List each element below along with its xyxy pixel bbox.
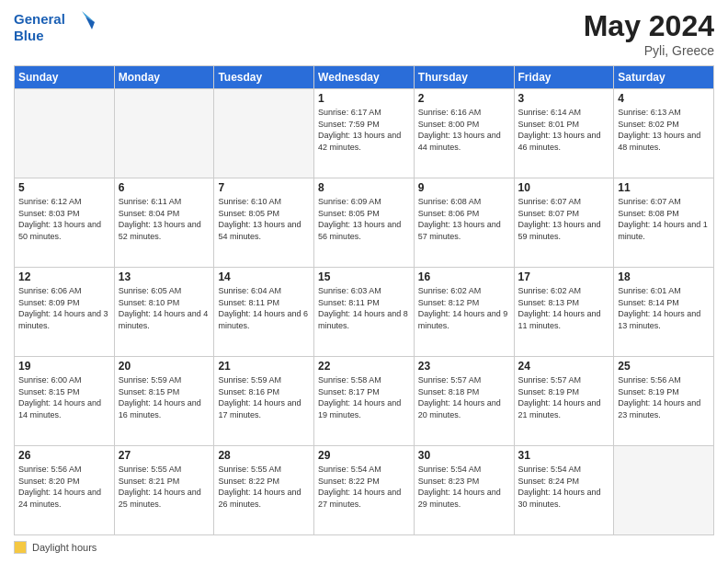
day-number: 8 — [318, 181, 410, 194]
day-info: Sunrise: 6:08 AMSunset: 8:06 PMDaylight:… — [418, 196, 510, 242]
calendar-week-2: 5 Sunrise: 6:12 AMSunset: 8:03 PMDayligh… — [15, 178, 714, 268]
day-info: Sunrise: 6:00 AMSunset: 8:15 PMDaylight:… — [18, 374, 110, 420]
day-info: Sunrise: 5:57 AMSunset: 8:19 PMDaylight:… — [518, 374, 610, 420]
calendar-cell: 13 Sunrise: 6:05 AMSunset: 8:10 PMDaylig… — [114, 268, 214, 357]
day-info: Sunrise: 5:57 AMSunset: 8:18 PMDaylight:… — [418, 374, 510, 420]
calendar-cell: 2 Sunrise: 6:16 AMSunset: 8:00 PMDayligh… — [414, 89, 514, 178]
day-number: 5 — [18, 181, 110, 194]
day-info: Sunrise: 6:13 AMSunset: 8:02 PMDaylight:… — [618, 107, 710, 153]
day-number: 13 — [119, 270, 210, 283]
calendar-cell: 20 Sunrise: 5:59 AMSunset: 8:15 PMDaylig… — [114, 357, 214, 446]
day-info: Sunrise: 6:17 AMSunset: 7:59 PMDaylight:… — [318, 107, 410, 153]
weekday-header-saturday: Saturday — [614, 66, 714, 89]
day-info: Sunrise: 6:16 AMSunset: 8:00 PMDaylight:… — [418, 107, 510, 153]
logo-text: General Blue — [14, 9, 97, 48]
weekday-header-thursday: Thursday — [414, 66, 514, 89]
svg-text:Blue: Blue — [14, 28, 44, 43]
day-number: 22 — [318, 360, 410, 373]
day-info: Sunrise: 5:58 AMSunset: 8:17 PMDaylight:… — [318, 374, 410, 420]
day-number: 18 — [618, 270, 710, 283]
calendar-cell: 3 Sunrise: 6:14 AMSunset: 8:01 PMDayligh… — [514, 89, 614, 178]
page: General Blue May 2024 Pyli, Greece Sunda… — [0, 0, 728, 563]
logo: General Blue — [14, 9, 97, 48]
calendar-cell: 12 Sunrise: 6:06 AMSunset: 8:09 PMDaylig… — [15, 268, 115, 357]
day-number: 17 — [518, 270, 610, 283]
day-info: Sunrise: 5:59 AMSunset: 8:16 PMDaylight:… — [218, 374, 310, 420]
day-info: Sunrise: 6:06 AMSunset: 8:09 PMDaylight:… — [18, 285, 110, 331]
day-info: Sunrise: 6:11 AMSunset: 8:04 PMDaylight:… — [119, 196, 210, 242]
day-number: 31 — [518, 449, 610, 462]
logo-svg: General Blue — [14, 9, 97, 48]
calendar-cell: 21 Sunrise: 5:59 AMSunset: 8:16 PMDaylig… — [214, 357, 314, 446]
calendar-week-4: 19 Sunrise: 6:00 AMSunset: 8:15 PMDaylig… — [15, 357, 714, 446]
day-info: Sunrise: 6:02 AMSunset: 8:13 PMDaylight:… — [518, 285, 610, 331]
day-number: 21 — [218, 360, 310, 373]
calendar-cell: 5 Sunrise: 6:12 AMSunset: 8:03 PMDayligh… — [15, 178, 115, 268]
calendar-cell: 4 Sunrise: 6:13 AMSunset: 8:02 PMDayligh… — [614, 89, 714, 178]
day-number: 9 — [418, 181, 510, 194]
calendar-week-1: 1 Sunrise: 6:17 AMSunset: 7:59 PMDayligh… — [15, 89, 714, 178]
calendar-cell: 7 Sunrise: 6:10 AMSunset: 8:05 PMDayligh… — [214, 178, 314, 268]
day-info: Sunrise: 6:09 AMSunset: 8:05 PMDaylight:… — [318, 196, 410, 242]
weekday-header-row: SundayMondayTuesdayWednesdayThursdayFrid… — [15, 66, 714, 89]
calendar-cell: 18 Sunrise: 6:01 AMSunset: 8:14 PMDaylig… — [614, 268, 714, 357]
calendar-cell: 26 Sunrise: 5:56 AMSunset: 8:20 PMDaylig… — [15, 446, 115, 535]
calendar-cell: 15 Sunrise: 6:03 AMSunset: 8:11 PMDaylig… — [314, 268, 415, 357]
calendar-week-5: 26 Sunrise: 5:56 AMSunset: 8:20 PMDaylig… — [15, 446, 714, 535]
calendar-cell: 9 Sunrise: 6:08 AMSunset: 8:06 PMDayligh… — [414, 178, 514, 268]
calendar-cell: 8 Sunrise: 6:09 AMSunset: 8:05 PMDayligh… — [314, 178, 415, 268]
calendar-cell: 14 Sunrise: 6:04 AMSunset: 8:11 PMDaylig… — [214, 268, 314, 357]
day-number: 2 — [418, 92, 510, 105]
day-info: Sunrise: 6:07 AMSunset: 8:07 PMDaylight:… — [518, 196, 610, 242]
month-year: May 2024 — [584, 9, 714, 43]
day-info: Sunrise: 6:03 AMSunset: 8:11 PMDaylight:… — [318, 285, 410, 331]
day-info: Sunrise: 6:01 AMSunset: 8:14 PMDaylight:… — [618, 285, 710, 331]
day-number: 23 — [418, 360, 510, 373]
weekday-header-friday: Friday — [514, 66, 614, 89]
day-number: 11 — [618, 181, 710, 194]
location: Pyli, Greece — [584, 43, 714, 58]
title-block: May 2024 Pyli, Greece — [584, 9, 714, 58]
day-number: 1 — [318, 92, 410, 105]
day-info: Sunrise: 5:56 AMSunset: 8:20 PMDaylight:… — [18, 464, 110, 510]
day-info: Sunrise: 5:55 AMSunset: 8:22 PMDaylight:… — [218, 464, 310, 510]
calendar-cell: 28 Sunrise: 5:55 AMSunset: 8:22 PMDaylig… — [214, 446, 314, 535]
day-number: 19 — [18, 360, 110, 373]
day-info: Sunrise: 5:55 AMSunset: 8:21 PMDaylight:… — [119, 464, 210, 510]
day-number: 25 — [618, 360, 710, 373]
day-info: Sunrise: 5:56 AMSunset: 8:19 PMDaylight:… — [618, 374, 710, 420]
calendar-cell: 22 Sunrise: 5:58 AMSunset: 8:17 PMDaylig… — [314, 357, 415, 446]
day-number: 26 — [18, 449, 110, 462]
calendar-week-3: 12 Sunrise: 6:06 AMSunset: 8:09 PMDaylig… — [15, 268, 714, 357]
calendar-cell: 17 Sunrise: 6:02 AMSunset: 8:13 PMDaylig… — [514, 268, 614, 357]
day-info: Sunrise: 5:59 AMSunset: 8:15 PMDaylight:… — [119, 374, 210, 420]
calendar-cell: 10 Sunrise: 6:07 AMSunset: 8:07 PMDaylig… — [514, 178, 614, 268]
day-number: 10 — [518, 181, 610, 194]
day-info: Sunrise: 6:14 AMSunset: 8:01 PMDaylight:… — [518, 107, 610, 153]
calendar-cell: 24 Sunrise: 5:57 AMSunset: 8:19 PMDaylig… — [514, 357, 614, 446]
day-info: Sunrise: 6:04 AMSunset: 8:11 PMDaylight:… — [218, 285, 310, 331]
calendar-cell — [614, 446, 714, 535]
calendar-cell — [15, 89, 115, 178]
day-number: 28 — [218, 449, 310, 462]
calendar-cell — [114, 89, 214, 178]
day-number: 3 — [518, 92, 610, 105]
day-number: 30 — [418, 449, 510, 462]
calendar-cell: 11 Sunrise: 6:07 AMSunset: 8:08 PMDaylig… — [614, 178, 714, 268]
calendar-cell: 23 Sunrise: 5:57 AMSunset: 8:18 PMDaylig… — [414, 357, 514, 446]
weekday-header-wednesday: Wednesday — [314, 66, 415, 89]
day-info: Sunrise: 6:05 AMSunset: 8:10 PMDaylight:… — [119, 285, 210, 331]
day-info: Sunrise: 6:07 AMSunset: 8:08 PMDaylight:… — [618, 196, 710, 242]
day-number: 7 — [218, 181, 310, 194]
day-info: Sunrise: 5:54 AMSunset: 8:24 PMDaylight:… — [518, 464, 610, 510]
header: General Blue May 2024 Pyli, Greece — [14, 9, 714, 58]
calendar: SundayMondayTuesdayWednesdayThursdayFrid… — [14, 65, 714, 535]
day-info: Sunrise: 6:10 AMSunset: 8:05 PMDaylight:… — [218, 196, 310, 242]
day-number: 12 — [18, 270, 110, 283]
calendar-cell: 1 Sunrise: 6:17 AMSunset: 7:59 PMDayligh… — [314, 89, 415, 178]
legend-label: Daylight hours — [32, 542, 97, 553]
calendar-cell: 30 Sunrise: 5:54 AMSunset: 8:23 PMDaylig… — [414, 446, 514, 535]
day-number: 16 — [418, 270, 510, 283]
day-number: 4 — [618, 92, 710, 105]
day-number: 24 — [518, 360, 610, 373]
